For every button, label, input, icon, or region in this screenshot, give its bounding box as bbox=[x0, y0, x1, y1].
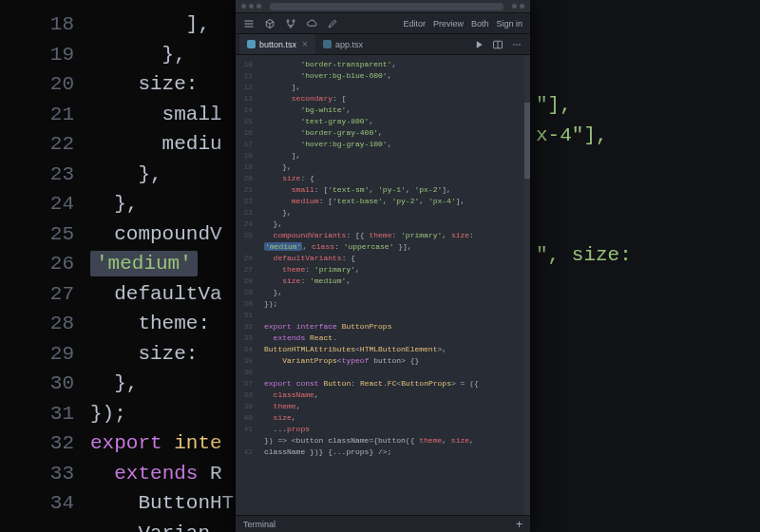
code-area[interactable]: 'border-transparent', 'hover:bg-blue-600… bbox=[264, 59, 524, 458]
editor-window: Editor Preview Both Sign in button.tsx ×… bbox=[236, 0, 530, 532]
run-icon[interactable] bbox=[473, 39, 484, 50]
box-icon[interactable] bbox=[264, 18, 276, 29]
traffic-light-icon bbox=[241, 4, 246, 9]
minimap-thumb[interactable] bbox=[524, 103, 530, 179]
view-preview-button[interactable]: Preview bbox=[433, 19, 464, 28]
signin-button[interactable]: Sign in bbox=[496, 19, 522, 28]
app-toolbar: Editor Preview Both Sign in bbox=[236, 13, 530, 34]
svg-point-4 bbox=[513, 44, 515, 46]
plus-icon[interactable]: + bbox=[516, 518, 522, 531]
traffic-light-icon bbox=[249, 4, 254, 9]
url-bar[interactable] bbox=[270, 3, 504, 10]
svg-point-1 bbox=[293, 19, 294, 21]
background-gutter: 1819202122232425262728293031323334 bbox=[0, 10, 74, 519]
extension-icon[interactable] bbox=[512, 4, 517, 9]
background-right-strip: "], x-4"], ", size: bbox=[530, 0, 760, 532]
tab-app-tsx[interactable]: app.tsx bbox=[315, 34, 370, 54]
traffic-light-icon bbox=[256, 4, 261, 9]
close-icon[interactable]: × bbox=[302, 39, 308, 49]
tsx-file-icon bbox=[323, 40, 332, 48]
more-icon[interactable] bbox=[511, 39, 522, 50]
tab-label: button.tsx bbox=[259, 40, 296, 49]
menu-icon[interactable] bbox=[243, 18, 255, 29]
svg-point-5 bbox=[516, 44, 518, 46]
tsx-file-icon bbox=[247, 40, 256, 48]
branch-icon[interactable] bbox=[285, 18, 296, 29]
split-icon[interactable] bbox=[492, 39, 504, 50]
svg-point-6 bbox=[519, 44, 521, 46]
svg-point-0 bbox=[287, 19, 289, 21]
line-gutter: 1011121314151617181920212223242526272829… bbox=[236, 59, 256, 458]
tab-button-tsx[interactable]: button.tsx × bbox=[239, 34, 315, 54]
terminal-panel[interactable]: Terminal + bbox=[236, 515, 530, 532]
pencil-icon[interactable] bbox=[327, 18, 338, 29]
minimap[interactable] bbox=[524, 55, 530, 515]
browser-chrome bbox=[236, 0, 530, 13]
file-tabs: button.tsx × app.tsx bbox=[236, 34, 530, 55]
tab-label: app.tsx bbox=[335, 40, 363, 49]
terminal-label: Terminal bbox=[243, 520, 276, 529]
cloud-icon[interactable] bbox=[306, 18, 317, 29]
code-editor[interactable]: 1011121314151617181920212223242526272829… bbox=[236, 55, 530, 515]
view-editor-button[interactable]: Editor bbox=[403, 19, 426, 28]
view-both-button[interactable]: Both bbox=[471, 19, 489, 28]
extension-icon[interactable] bbox=[520, 4, 524, 9]
